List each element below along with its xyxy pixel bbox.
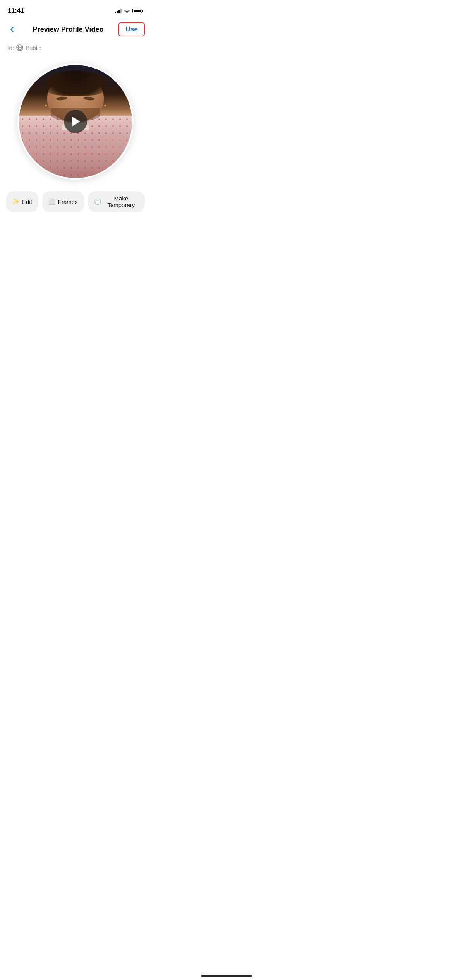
signal-icon: [115, 9, 122, 13]
wifi-icon: [124, 9, 130, 13]
frames-icon: ⬜: [48, 198, 56, 205]
play-button[interactable]: [64, 110, 87, 133]
nav-bar: Preview Profile Video Use: [0, 19, 151, 41]
profile-video-circle[interactable]: [17, 63, 134, 180]
audience-text: Public: [26, 45, 41, 51]
to-label: To:: [6, 45, 14, 51]
frames-label: Frames: [58, 199, 78, 205]
frames-button[interactable]: ⬜ Frames: [42, 191, 84, 212]
action-buttons: ✨ Edit ⬜ Frames 🕐 Make Temporary: [0, 191, 151, 220]
video-overlay[interactable]: [19, 65, 132, 178]
back-button[interactable]: [6, 24, 18, 35]
make-temporary-label: Make Temporary: [104, 195, 139, 208]
edit-label: Edit: [22, 199, 32, 205]
use-button[interactable]: Use: [118, 22, 145, 36]
audience-row: To: Public: [0, 41, 151, 56]
make-temporary-button[interactable]: 🕐 Make Temporary: [88, 191, 145, 212]
status-bar: 11:41: [0, 0, 151, 19]
clock-icon: 🕐: [94, 198, 101, 205]
play-icon: [72, 117, 80, 126]
wand-icon: ✨: [12, 198, 20, 205]
page-title: Preview Profile Video: [18, 26, 118, 34]
video-container: [0, 56, 151, 191]
status-time: 11:41: [8, 7, 24, 15]
globe-icon: [16, 44, 23, 51]
status-icons: [115, 9, 143, 13]
battery-icon: [132, 9, 143, 13]
edit-button[interactable]: ✨ Edit: [6, 191, 38, 212]
